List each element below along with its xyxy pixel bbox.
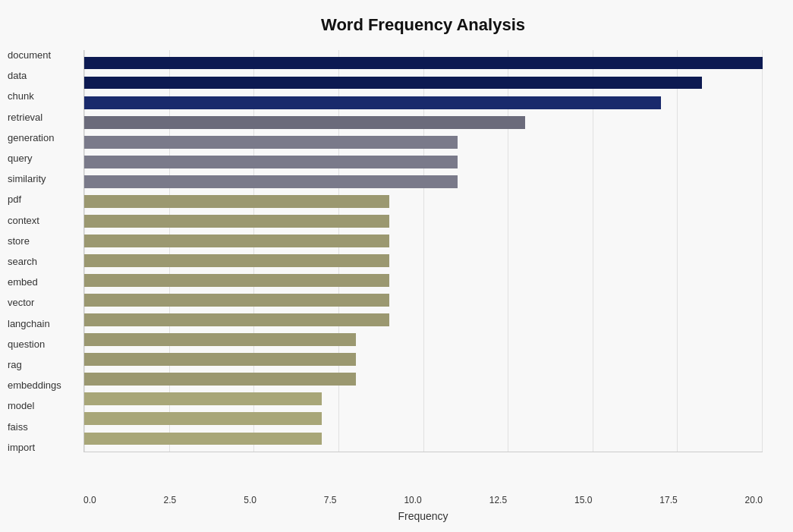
chart-area: documentdatachunkretrievalgenerationquer… (83, 50, 763, 490)
chart-container: Word Frequency Analysis documentdatachun… (0, 0, 793, 532)
bar-row (84, 271, 763, 291)
bar-row (84, 330, 763, 350)
bar-row (84, 250, 763, 270)
bar (84, 57, 763, 70)
bar-row (84, 73, 763, 93)
bar-row (84, 112, 763, 132)
bar-row (84, 409, 763, 429)
x-tick-label: 2.5 (164, 495, 177, 505)
bar-row (84, 291, 763, 310)
bar (84, 156, 458, 168)
bar (84, 294, 389, 307)
bar-row (84, 172, 763, 191)
x-tick-label: 10.0 (404, 495, 421, 505)
bars-wrapper (84, 50, 763, 452)
bar-row (84, 429, 763, 449)
x-tick-label: 17.5 (659, 495, 677, 505)
bar (84, 235, 389, 247)
bar (84, 195, 389, 208)
bar (84, 77, 702, 90)
bar-row (84, 211, 763, 231)
x-axis-labels: 0.02.55.07.510.012.515.017.520.0 (83, 495, 763, 505)
bar (84, 373, 356, 386)
bar (84, 313, 389, 326)
bar-row (84, 191, 763, 211)
bars-and-grid (83, 50, 763, 452)
bar-row (84, 231, 763, 250)
bar (84, 254, 389, 267)
bar (84, 412, 322, 425)
bar (84, 175, 458, 188)
chart-title: Word Frequency Analysis (83, 15, 763, 35)
bar (84, 392, 322, 405)
bar (84, 96, 661, 109)
x-tick-label: 15.0 (574, 495, 592, 505)
bar-row (84, 132, 763, 152)
bar-row (84, 389, 763, 409)
bar-row (84, 93, 763, 112)
x-tick-label: 7.5 (324, 495, 337, 505)
bar (84, 333, 356, 346)
x-tick-label: 12.5 (489, 495, 507, 505)
bar-row (84, 370, 763, 389)
x-tick-label: 5.0 (244, 495, 256, 505)
bar-row (84, 310, 763, 330)
bar (84, 116, 525, 129)
bar (84, 215, 389, 228)
x-axis-title: Frequency (83, 510, 763, 522)
bar (84, 136, 458, 149)
x-tick-label: 20.0 (745, 495, 763, 505)
bar (84, 433, 322, 445)
bar (84, 353, 356, 366)
bar-row (84, 152, 763, 172)
bar-row (84, 53, 763, 73)
bar-row (84, 350, 763, 370)
bar (84, 274, 389, 287)
x-tick-label: 0.0 (83, 495, 96, 505)
